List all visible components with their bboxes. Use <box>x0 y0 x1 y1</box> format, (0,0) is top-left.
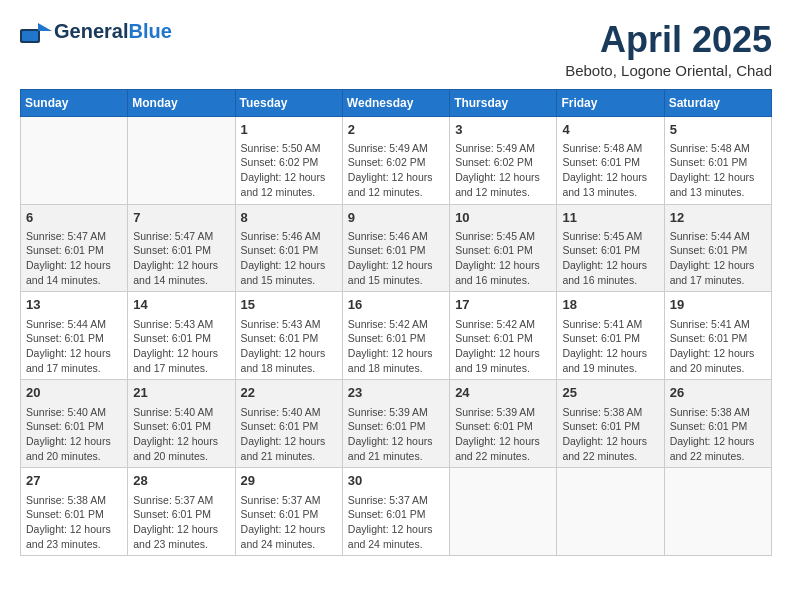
calendar-week-row: 13Sunrise: 5:44 AMSunset: 6:01 PMDayligh… <box>21 292 772 380</box>
day-info: Sunrise: 5:43 AMSunset: 6:01 PMDaylight:… <box>241 317 337 376</box>
day-number: 2 <box>348 121 444 139</box>
page-header: GeneralBlue April 2025 Beboto, Logone Or… <box>20 20 772 79</box>
table-row: 21Sunrise: 5:40 AMSunset: 6:01 PMDayligh… <box>128 380 235 468</box>
day-info: Sunrise: 5:42 AMSunset: 6:01 PMDaylight:… <box>455 317 551 376</box>
table-row: 9Sunrise: 5:46 AMSunset: 6:01 PMDaylight… <box>342 204 449 292</box>
day-info: Sunrise: 5:40 AMSunset: 6:01 PMDaylight:… <box>133 405 229 464</box>
logo-blue-text: Blue <box>128 20 171 42</box>
day-number: 4 <box>562 121 658 139</box>
day-number: 11 <box>562 209 658 227</box>
day-number: 24 <box>455 384 551 402</box>
table-row <box>450 468 557 556</box>
table-row: 23Sunrise: 5:39 AMSunset: 6:01 PMDayligh… <box>342 380 449 468</box>
day-info: Sunrise: 5:38 AMSunset: 6:01 PMDaylight:… <box>562 405 658 464</box>
day-number: 14 <box>133 296 229 314</box>
day-info: Sunrise: 5:40 AMSunset: 6:01 PMDaylight:… <box>26 405 122 464</box>
day-info: Sunrise: 5:47 AMSunset: 6:01 PMDaylight:… <box>26 229 122 288</box>
table-row: 14Sunrise: 5:43 AMSunset: 6:01 PMDayligh… <box>128 292 235 380</box>
day-info: Sunrise: 5:39 AMSunset: 6:01 PMDaylight:… <box>455 405 551 464</box>
day-info: Sunrise: 5:48 AMSunset: 6:01 PMDaylight:… <box>670 141 766 200</box>
day-info: Sunrise: 5:42 AMSunset: 6:01 PMDaylight:… <box>348 317 444 376</box>
col-friday: Friday <box>557 89 664 116</box>
table-row: 22Sunrise: 5:40 AMSunset: 6:01 PMDayligh… <box>235 380 342 468</box>
title-block: April 2025 Beboto, Logone Oriental, Chad <box>565 20 772 79</box>
day-number: 17 <box>455 296 551 314</box>
day-number: 25 <box>562 384 658 402</box>
col-saturday: Saturday <box>664 89 771 116</box>
table-row: 18Sunrise: 5:41 AMSunset: 6:01 PMDayligh… <box>557 292 664 380</box>
day-number: 13 <box>26 296 122 314</box>
table-row: 7Sunrise: 5:47 AMSunset: 6:01 PMDaylight… <box>128 204 235 292</box>
col-sunday: Sunday <box>21 89 128 116</box>
table-row <box>664 468 771 556</box>
day-info: Sunrise: 5:44 AMSunset: 6:01 PMDaylight:… <box>670 229 766 288</box>
day-number: 12 <box>670 209 766 227</box>
col-monday: Monday <box>128 89 235 116</box>
day-info: Sunrise: 5:37 AMSunset: 6:01 PMDaylight:… <box>241 493 337 552</box>
day-info: Sunrise: 5:50 AMSunset: 6:02 PMDaylight:… <box>241 141 337 200</box>
day-number: 1 <box>241 121 337 139</box>
day-info: Sunrise: 5:38 AMSunset: 6:01 PMDaylight:… <box>670 405 766 464</box>
calendar-week-row: 27Sunrise: 5:38 AMSunset: 6:01 PMDayligh… <box>21 468 772 556</box>
col-tuesday: Tuesday <box>235 89 342 116</box>
day-number: 15 <box>241 296 337 314</box>
calendar-header-row: Sunday Monday Tuesday Wednesday Thursday… <box>21 89 772 116</box>
table-row: 4Sunrise: 5:48 AMSunset: 6:01 PMDaylight… <box>557 116 664 204</box>
day-info: Sunrise: 5:38 AMSunset: 6:01 PMDaylight:… <box>26 493 122 552</box>
day-number: 30 <box>348 472 444 490</box>
day-number: 3 <box>455 121 551 139</box>
table-row: 25Sunrise: 5:38 AMSunset: 6:01 PMDayligh… <box>557 380 664 468</box>
table-row: 17Sunrise: 5:42 AMSunset: 6:01 PMDayligh… <box>450 292 557 380</box>
day-number: 28 <box>133 472 229 490</box>
day-info: Sunrise: 5:40 AMSunset: 6:01 PMDaylight:… <box>241 405 337 464</box>
calendar-table: Sunday Monday Tuesday Wednesday Thursday… <box>20 89 772 557</box>
day-number: 18 <box>562 296 658 314</box>
table-row: 30Sunrise: 5:37 AMSunset: 6:01 PMDayligh… <box>342 468 449 556</box>
logo-icon <box>20 21 52 43</box>
svg-rect-2 <box>22 31 38 41</box>
day-number: 6 <box>26 209 122 227</box>
table-row: 20Sunrise: 5:40 AMSunset: 6:01 PMDayligh… <box>21 380 128 468</box>
day-number: 8 <box>241 209 337 227</box>
calendar-week-row: 6Sunrise: 5:47 AMSunset: 6:01 PMDaylight… <box>21 204 772 292</box>
day-number: 9 <box>348 209 444 227</box>
day-number: 20 <box>26 384 122 402</box>
calendar-week-row: 1Sunrise: 5:50 AMSunset: 6:02 PMDaylight… <box>21 116 772 204</box>
day-info: Sunrise: 5:41 AMSunset: 6:01 PMDaylight:… <box>670 317 766 376</box>
day-info: Sunrise: 5:46 AMSunset: 6:01 PMDaylight:… <box>241 229 337 288</box>
day-info: Sunrise: 5:37 AMSunset: 6:01 PMDaylight:… <box>133 493 229 552</box>
day-number: 29 <box>241 472 337 490</box>
table-row: 19Sunrise: 5:41 AMSunset: 6:01 PMDayligh… <box>664 292 771 380</box>
logo-general-text: General <box>54 20 128 42</box>
day-number: 23 <box>348 384 444 402</box>
table-row: 26Sunrise: 5:38 AMSunset: 6:01 PMDayligh… <box>664 380 771 468</box>
col-thursday: Thursday <box>450 89 557 116</box>
table-row: 24Sunrise: 5:39 AMSunset: 6:01 PMDayligh… <box>450 380 557 468</box>
day-info: Sunrise: 5:44 AMSunset: 6:01 PMDaylight:… <box>26 317 122 376</box>
day-number: 19 <box>670 296 766 314</box>
day-info: Sunrise: 5:45 AMSunset: 6:01 PMDaylight:… <box>455 229 551 288</box>
day-info: Sunrise: 5:39 AMSunset: 6:01 PMDaylight:… <box>348 405 444 464</box>
day-info: Sunrise: 5:43 AMSunset: 6:01 PMDaylight:… <box>133 317 229 376</box>
table-row: 5Sunrise: 5:48 AMSunset: 6:01 PMDaylight… <box>664 116 771 204</box>
day-info: Sunrise: 5:46 AMSunset: 6:01 PMDaylight:… <box>348 229 444 288</box>
table-row: 29Sunrise: 5:37 AMSunset: 6:01 PMDayligh… <box>235 468 342 556</box>
day-number: 16 <box>348 296 444 314</box>
table-row: 1Sunrise: 5:50 AMSunset: 6:02 PMDaylight… <box>235 116 342 204</box>
svg-marker-1 <box>38 23 52 31</box>
table-row: 11Sunrise: 5:45 AMSunset: 6:01 PMDayligh… <box>557 204 664 292</box>
day-number: 27 <box>26 472 122 490</box>
table-row: 8Sunrise: 5:46 AMSunset: 6:01 PMDaylight… <box>235 204 342 292</box>
table-row <box>557 468 664 556</box>
day-number: 21 <box>133 384 229 402</box>
table-row: 2Sunrise: 5:49 AMSunset: 6:02 PMDaylight… <box>342 116 449 204</box>
day-info: Sunrise: 5:48 AMSunset: 6:01 PMDaylight:… <box>562 141 658 200</box>
day-number: 22 <box>241 384 337 402</box>
table-row: 10Sunrise: 5:45 AMSunset: 6:01 PMDayligh… <box>450 204 557 292</box>
table-row: 15Sunrise: 5:43 AMSunset: 6:01 PMDayligh… <box>235 292 342 380</box>
table-row: 16Sunrise: 5:42 AMSunset: 6:01 PMDayligh… <box>342 292 449 380</box>
day-info: Sunrise: 5:47 AMSunset: 6:01 PMDaylight:… <box>133 229 229 288</box>
month-title: April 2025 <box>565 20 772 60</box>
day-info: Sunrise: 5:45 AMSunset: 6:01 PMDaylight:… <box>562 229 658 288</box>
day-info: Sunrise: 5:41 AMSunset: 6:01 PMDaylight:… <box>562 317 658 376</box>
